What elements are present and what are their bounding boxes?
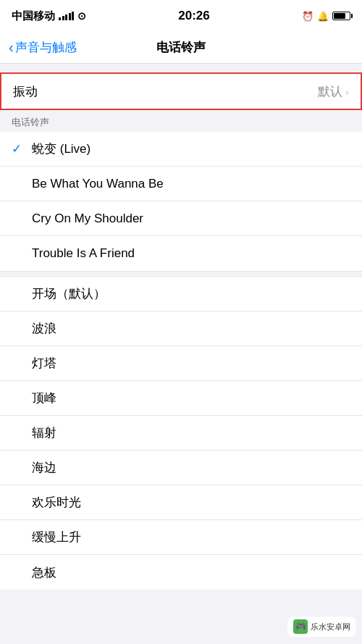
nav-bar: ‹ 声音与触感 电话铃声	[0, 32, 362, 64]
list-item[interactable]: 顶峰	[0, 381, 362, 416]
tone-label: 欢乐时光	[32, 494, 350, 511]
battery-icon	[332, 12, 350, 20]
group-divider	[0, 271, 362, 277]
watermark-label: 乐水安卓网	[311, 622, 350, 632]
section-header: 电话铃声	[0, 110, 362, 132]
ringtone-label: Be What You Wanna Be	[32, 177, 350, 191]
carrier-label: 中国移动	[12, 9, 55, 23]
tone-label: 辐射	[32, 425, 350, 441]
watermark: 🎮 乐水安卓网	[287, 616, 356, 637]
vibration-section: 振动 默认 ›	[0, 72, 362, 110]
list-item[interactable]: Cry On My Shoulder	[0, 201, 362, 236]
vibration-right: 默认 ›	[318, 83, 349, 100]
vibration-row[interactable]: 振动 默认 ›	[1, 74, 361, 109]
vibration-label: 振动	[13, 83, 38, 100]
silent-icon: 🔔	[317, 11, 329, 22]
wifi-icon: ⊙	[77, 10, 86, 22]
tone-label: 海边	[32, 459, 350, 476]
list-item[interactable]: 灯塔	[0, 346, 362, 381]
section-header-label: 电话铃声	[12, 117, 49, 127]
vibration-chevron-icon: ›	[345, 85, 349, 98]
back-chevron-icon: ‹	[9, 40, 14, 54]
list-item[interactable]: Trouble Is A Friend	[0, 236, 362, 271]
tone-label: 顶峰	[32, 390, 350, 406]
list-item[interactable]: Be What You Wanna Be	[0, 167, 362, 201]
status-time: 20:26	[178, 9, 209, 23]
list-item[interactable]: 辐射	[0, 416, 362, 451]
tone-label: 波浪	[32, 320, 350, 337]
status-bar: 中国移动 ⊙ 20:26 ⏰ 🔔	[0, 0, 362, 32]
vibration-value: 默认	[318, 83, 342, 100]
list-item[interactable]: 海边	[0, 451, 362, 485]
status-right: ⏰ 🔔	[302, 11, 350, 22]
signal-icon	[59, 12, 74, 20]
tone-label: 急板	[32, 564, 350, 581]
check-icon: ✓	[12, 141, 22, 156]
ringtone-label: 蛻变 (Live)	[32, 141, 350, 157]
standard-tones-list: 开场（默认） 波浪 灯塔 顶峰 辐射 海边 欢乐时光 缓慢上升 急板	[0, 277, 362, 590]
ringtone-label: Cry On My Shoulder	[32, 212, 350, 226]
status-left: 中国移动 ⊙	[12, 9, 86, 23]
nav-title: 电话铃声	[156, 39, 206, 56]
tone-label: 灯塔	[32, 355, 350, 372]
list-item[interactable]: 波浪	[0, 311, 362, 346]
list-item[interactable]: 欢乐时光	[0, 485, 362, 520]
tone-label: 缓慢上升	[32, 529, 350, 545]
list-item[interactable]: 缓慢上升	[0, 520, 362, 555]
list-item[interactable]: ✓ 蛻变 (Live)	[0, 132, 362, 167]
ringtone-list: ✓ 蛻变 (Live) Be What You Wanna Be Cry On …	[0, 132, 362, 271]
back-label: 声音与触感	[15, 39, 77, 56]
list-item[interactable]: 急板	[0, 555, 362, 590]
watermark-icon: 🎮	[293, 619, 308, 634]
list-item[interactable]: 开场（默认）	[0, 277, 362, 311]
tone-label: 开场（默认）	[32, 285, 350, 302]
checkmark-container: ✓	[12, 141, 32, 156]
back-button[interactable]: ‹ 声音与触感	[9, 39, 77, 56]
ringtone-label: Trouble Is A Friend	[32, 246, 350, 261]
alarm-icon: ⏰	[302, 11, 313, 22]
